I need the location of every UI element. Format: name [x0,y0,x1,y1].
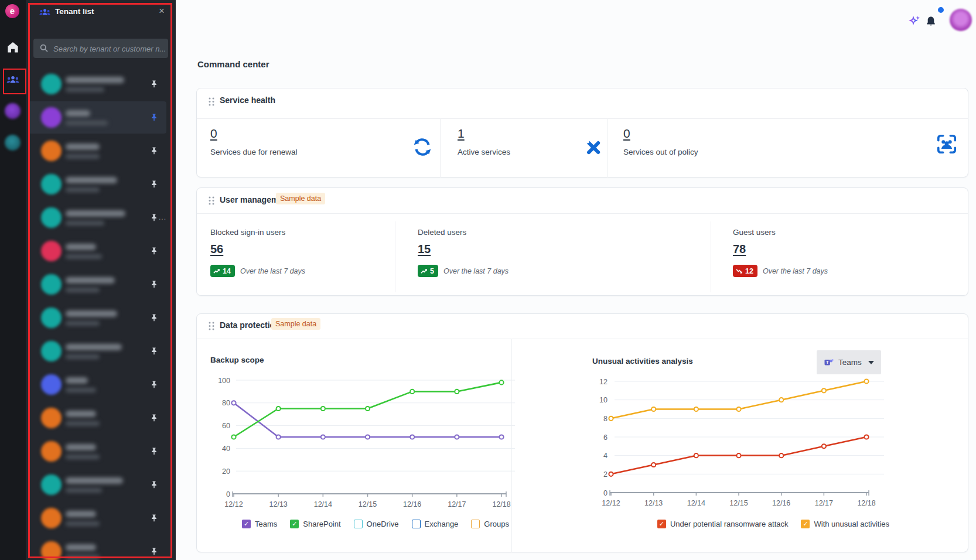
legend-item[interactable]: Exchange [412,520,459,528]
tenant-row[interactable] [26,201,176,234]
svg-text:12/15: 12/15 [729,499,748,507]
pin-icon[interactable] [150,80,158,88]
svg-text:12/12: 12/12 [224,500,243,508]
people-icon[interactable] [6,73,20,87]
pin-icon[interactable] [150,213,158,222]
tenant-avatar [41,74,62,94]
tenant-list [26,67,176,560]
tenant-row[interactable] [26,468,176,501]
stat-value-link[interactable]: 78 [733,243,746,256]
close-icon[interactable]: × [156,5,168,17]
tenant-avatar [41,541,62,560]
stat-period: Over the last 7 days [443,267,509,275]
tenant-row[interactable] [26,101,176,134]
pin-icon[interactable] [150,113,158,122]
svg-text:60: 60 [222,422,230,430]
stat-value-link[interactable]: 56 [210,243,223,256]
checkbox-unchecked-icon[interactable] [471,520,480,528]
tenant-avatar-shortcut[interactable] [5,103,21,119]
tenant-row[interactable] [26,401,176,435]
trend-badge: 14 [210,265,235,277]
svg-text:12/14: 12/14 [314,500,332,508]
tenant-row[interactable] [26,301,176,334]
drag-handle-icon[interactable] [208,97,215,107]
tenant-subtitle-blurred [66,87,104,92]
tenant-row[interactable] [26,134,176,168]
pin-icon[interactable] [150,347,158,356]
tenant-name-blurred [66,544,96,551]
pin-icon[interactable] [150,547,158,556]
tenant-subtitle-blurred [66,288,100,292]
pin-icon[interactable] [150,447,158,456]
tenant-name-blurred [66,444,96,450]
tenant-avatar [41,207,62,228]
pin-icon[interactable] [150,146,158,155]
service-health-card: Service health 0 Services due for renewa… [196,88,968,177]
tenant-row[interactable] [26,501,176,535]
tenant-row[interactable] [26,268,176,301]
user-management-card: User management Sample data Blocked sign… [196,187,968,296]
stat-value-link[interactable]: 0 [623,127,630,141]
stat-value-link[interactable]: 1 [458,127,465,141]
legend-item[interactable]: OneDrive [354,520,399,528]
checkbox-checked-icon[interactable]: ✓ [801,520,810,528]
legend-item[interactable]: ✓Under potential ransomware attack [657,520,789,528]
tenant-name-blurred [66,210,125,217]
tenant-row[interactable] [26,368,176,401]
svg-text:12: 12 [599,378,608,386]
notification-bell-icon[interactable] [924,15,938,29]
legend-item[interactable]: ✓With unusual activities [801,520,889,528]
tenant-row[interactable] [26,535,176,560]
tenant-name-blurred [66,177,117,183]
tenant-subtitle-blurred [66,521,100,526]
svg-text:0: 0 [603,489,608,497]
tenant-row[interactable] [26,234,176,268]
stat-label: Guest users [733,228,776,237]
search-input[interactable] [52,39,166,59]
stat-value-link[interactable]: 15 [418,243,431,256]
pin-icon[interactable] [150,380,158,389]
svg-text:80: 80 [222,399,230,407]
pin-icon[interactable] [150,247,158,255]
home-icon[interactable] [6,40,20,54]
svg-text:12/13: 12/13 [644,499,663,507]
pin-icon[interactable] [150,280,158,289]
notification-dot [936,5,945,14]
app-rail: e [0,0,26,560]
svg-text:8: 8 [603,415,608,423]
pin-icon[interactable] [150,514,158,523]
pin-icon[interactable] [150,414,158,422]
tenant-avatar [41,141,62,161]
app-logo[interactable]: e [5,4,19,18]
checkbox-checked-icon[interactable]: ✓ [242,520,251,528]
legend-item[interactable]: Groups [471,520,509,528]
legend-item[interactable]: ✓SharePoint [290,520,340,528]
pin-icon[interactable] [150,313,158,322]
stat-value-link[interactable]: 0 [210,127,217,141]
tenant-row[interactable] [26,67,176,101]
checkbox-checked-icon[interactable]: ✓ [657,520,666,528]
user-avatar[interactable] [950,9,972,31]
tenant-subtitle-blurred [66,555,100,559]
checkbox-checked-icon[interactable]: ✓ [290,520,299,528]
svg-text:12/18: 12/18 [857,499,875,507]
tenant-row[interactable] [26,435,176,468]
pin-icon[interactable] [150,180,158,189]
legend-item[interactable]: ✓Teams [242,520,277,528]
tenant-avatar-shortcut[interactable] [5,135,21,151]
tenant-row[interactable] [26,168,176,201]
tenant-subtitle-blurred [66,488,102,493]
drag-handle-icon[interactable] [208,321,215,331]
stat-label: Deleted users [418,228,466,237]
checkbox-unchecked-icon[interactable] [412,520,421,528]
pin-icon[interactable] [150,480,158,489]
drag-handle-icon[interactable] [208,196,215,206]
divider [395,221,395,292]
tenant-avatar [41,441,62,462]
copilot-sparkle-icon[interactable] [907,14,921,28]
sync-renewal-icon [412,136,433,158]
checkbox-unchecked-icon[interactable] [354,520,363,528]
tenant-subtitle-blurred [66,354,100,359]
svg-text:0: 0 [226,490,230,498]
tenant-row[interactable] [26,334,176,368]
